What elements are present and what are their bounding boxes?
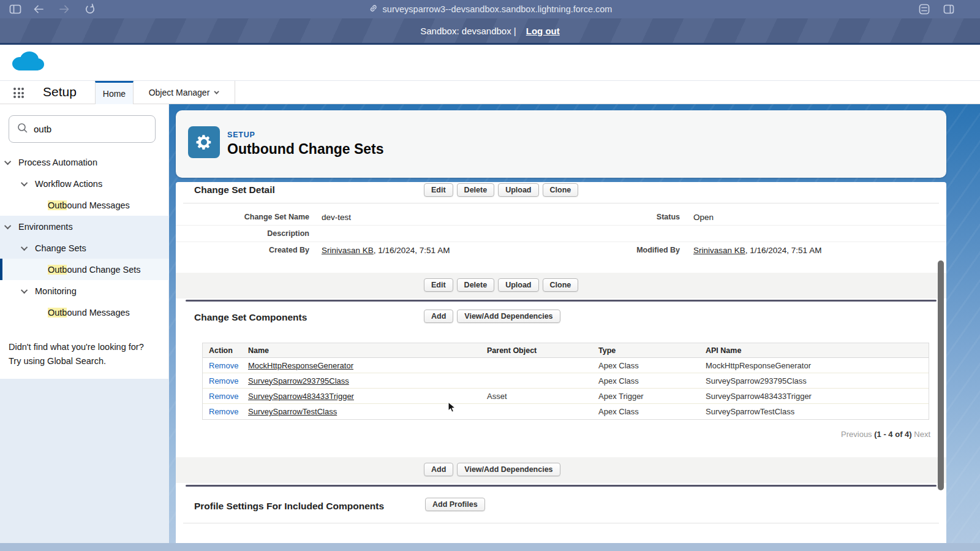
page-title: Outbound Change Sets [227, 141, 384, 158]
component-name-link[interactable]: SurveySparrowTestClass [242, 407, 481, 416]
created-by-link[interactable]: Srinivasan KB [322, 246, 374, 255]
field-label: Status [562, 209, 692, 225]
parent-object-cell: Asset [481, 392, 592, 401]
sidebar-item-change-sets[interactable]: Change Sets [0, 237, 169, 259]
table-row: Remove SurveySparrowTestClass Apex Class… [203, 404, 929, 419]
component-name-link[interactable]: SurveySparrow293795Class [242, 376, 481, 386]
sidebar-hint: Didn't find what you're looking for? Try… [9, 340, 144, 368]
remove-link[interactable]: Remove [203, 392, 242, 401]
view-add-dependencies-button[interactable]: View/Add Dependencies [457, 310, 560, 323]
section-divider [186, 485, 937, 487]
content-panel: Change Set Detail Edit Delete Upload Clo… [176, 182, 946, 543]
sidebar-item-outbound-change-sets[interactable]: Outbound Change Sets [0, 259, 169, 280]
hint-line-1: Didn't find what you're looking for? [9, 340, 144, 354]
clone-button[interactable]: Clone [543, 278, 579, 292]
next-page-link[interactable]: Next [914, 430, 930, 439]
api-name-cell: SurveySparrow293795Class [699, 376, 929, 386]
sidebar-item-monitoring[interactable]: Monitoring [0, 280, 169, 302]
chevron-down-icon [21, 179, 28, 186]
page-header-card: SETUP Outbound Change Sets [176, 110, 946, 178]
pagination: Previous (1 - 4 of 4) Next [841, 430, 930, 439]
edit-button[interactable]: Edit [424, 183, 453, 197]
field-label: Created By [176, 242, 322, 259]
chevron-down-icon [21, 286, 28, 293]
sidebar-item-label: Outbound Change Sets [48, 265, 141, 275]
upload-button[interactable]: Upload [498, 278, 538, 292]
view-add-dependencies-button[interactable]: View/Add Dependencies [457, 463, 560, 476]
modified-by-link[interactable]: Srinivasan KB [693, 246, 745, 255]
delete-button[interactable]: Delete [457, 278, 495, 292]
sidebar-item-label: Outbound Messages [48, 200, 130, 210]
add-button[interactable]: Add [424, 310, 453, 323]
col-name: Name [242, 346, 481, 355]
delete-button[interactable]: Delete [457, 183, 495, 197]
previous-page-link[interactable]: Previous [841, 430, 872, 439]
reader-settings-icon[interactable] [918, 3, 931, 15]
logout-link[interactable]: Log out [526, 26, 560, 36]
col-parent-object: Parent Object [481, 346, 592, 355]
components-buttons-top: Add View/Add Dependencies [424, 310, 560, 323]
mouse-cursor [448, 401, 456, 416]
sandbox-banner: Sandbox: devsandbox | Log out [0, 18, 980, 45]
change-set-name-value: dev-test [322, 209, 562, 225]
salesforce-logo [7, 47, 48, 80]
setup-sidebar: Process Automation Workflow Actions Outb… [0, 104, 169, 543]
sidebar-item-outbound-messages-monitoring[interactable]: Outbound Messages [0, 302, 169, 323]
sidebar-item-label: Monitoring [35, 286, 77, 296]
tab-object-manager[interactable]: Object Manager [134, 81, 235, 104]
api-name-cell: SurveySparrow483433Trigger [699, 392, 929, 401]
component-name-link[interactable]: SurveySparrow483433Trigger [242, 392, 481, 401]
sidebar-item-environments[interactable]: Environments [0, 216, 169, 237]
api-name-cell: SurveySparrowTestClass [699, 407, 929, 416]
edit-button[interactable]: Edit [424, 278, 453, 292]
setup-tree: Process Automation Workflow Actions Outb… [0, 151, 169, 323]
quick-find[interactable] [9, 115, 156, 143]
sidebar-item-process-automation[interactable]: Process Automation [0, 151, 169, 173]
search-icon [17, 123, 28, 135]
chevron-down-icon [21, 243, 28, 250]
field-label: Description [176, 226, 322, 241]
app-launcher-icon[interactable] [13, 88, 24, 98]
add-profiles-button[interactable]: Add Profiles [425, 498, 485, 511]
chevron-down-icon [4, 158, 11, 164]
description-value [322, 226, 562, 241]
components-section-title: Change Set Components [194, 312, 307, 323]
tab-object-manager-label: Object Manager [149, 88, 210, 97]
clone-button[interactable]: Clone [543, 183, 579, 197]
url-text: surveysparrow3--devsandbox.sandbox.light… [383, 4, 612, 14]
status-value: Open [693, 209, 714, 225]
sidebar-item-workflow-actions[interactable]: Workflow Actions [0, 173, 169, 194]
remove-link[interactable]: Remove [203, 361, 242, 370]
upload-button[interactable]: Upload [498, 183, 538, 197]
add-button[interactable]: Add [424, 463, 453, 476]
table-row: Remove SurveySparrow483433Trigger Asset … [203, 389, 929, 404]
main-region: SETUP Outbound Change Sets Change Set De… [169, 104, 980, 543]
hint-line-2: Try using Global Search. [9, 354, 144, 368]
address-bar[interactable]: surveysparrow3--devsandbox.sandbox.light… [0, 0, 980, 18]
section-divider [186, 300, 937, 302]
modified-by-value: Srinivasan KB, 1/16/2024, 7:51 AM [693, 242, 821, 259]
sidebar-item-outbound-messages[interactable]: Outbound Messages [0, 194, 169, 216]
vertical-scrollbar[interactable] [938, 260, 944, 490]
type-cell: Apex Class [592, 361, 699, 370]
table-header-row: Action Name Parent Object Type API Name [203, 343, 929, 358]
profiles-section-title: Profile Settings For Included Components [194, 501, 384, 512]
setup-nav-bar: Setup Home Object Manager [0, 81, 980, 104]
sidebar-item-label: Environments [18, 222, 73, 232]
col-type: Type [592, 346, 699, 355]
table-row: Remove SurveySparrow293795Class Apex Cla… [203, 373, 929, 389]
app-title: Setup [43, 81, 77, 104]
remove-link[interactable]: Remove [203, 407, 242, 416]
quick-find-input[interactable] [34, 124, 138, 134]
components-button-band: Add View/Add Dependencies [176, 457, 946, 483]
window-bottom-edge [0, 543, 980, 551]
col-action: Action [203, 346, 242, 355]
created-by-value: Srinivasan KB, 1/16/2024, 7:51 AM [322, 242, 562, 259]
sidebar-item-label: Change Sets [35, 243, 86, 253]
component-name-link[interactable]: MockHttpResponseGenerator [242, 361, 481, 370]
split-view-icon[interactable] [942, 3, 956, 15]
tab-home[interactable]: Home [95, 81, 134, 104]
divider [183, 523, 939, 523]
type-cell: Apex Trigger [592, 392, 699, 401]
remove-link[interactable]: Remove [203, 376, 242, 386]
